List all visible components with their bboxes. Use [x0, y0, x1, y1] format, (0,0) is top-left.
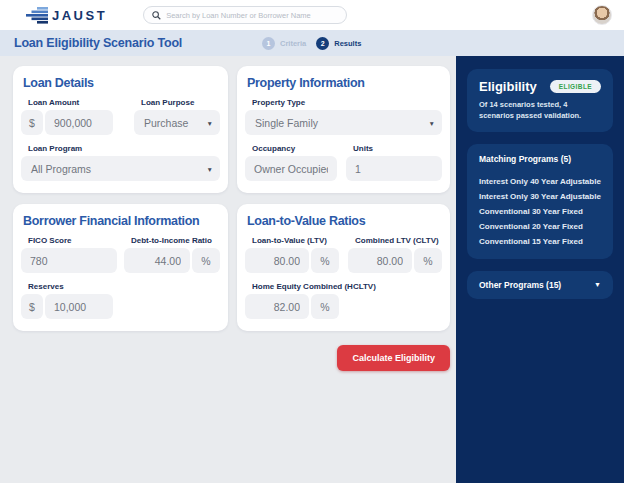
units-field: Units	[346, 144, 442, 181]
loan-program-label: Loan Program	[28, 144, 220, 153]
property-information-title: Property Information	[247, 76, 442, 90]
step-criteria-number: 1	[262, 37, 275, 50]
step-results-label: Results	[334, 39, 361, 48]
calculate-eligibility-button[interactable]: Calculate Eligibility	[337, 345, 450, 371]
search-icon	[152, 11, 161, 20]
units-label: Units	[353, 144, 442, 153]
chevron-down-icon: ▼	[207, 119, 213, 126]
matching-program-item[interactable]: Conventional 20 Year Fixed	[479, 219, 601, 234]
top-bar: JAUST	[0, 0, 624, 30]
chevron-down-icon: ▼	[207, 165, 213, 172]
matching-programs-title: Matching Programs (5)	[479, 154, 601, 164]
matching-program-item[interactable]: Interest Only 40 Year Adjustable	[479, 174, 601, 189]
reserves-label: Reserves	[28, 282, 113, 291]
reserves-field: Reserves $	[21, 282, 113, 319]
property-type-value: Single Family	[255, 117, 318, 129]
ltv-ratios-card: Loan-to-Value Ratios Loan-to-Value (LTV)…	[237, 204, 450, 331]
eligibility-status-badge: ELIGIBLE	[550, 80, 601, 93]
actions-row: Calculate Eligibility	[13, 345, 450, 371]
cltv-field: Combined LTV (CLTV) %	[348, 236, 442, 273]
page-header: Loan Eligibility Scenario Tool 1 Criteri…	[0, 30, 624, 56]
loan-amount-currency-prefix: $	[21, 110, 43, 135]
step-results-number: 2	[316, 37, 329, 50]
dti-percent-suffix: %	[192, 248, 220, 273]
loan-program-field: Loan Program All Programs ▼	[21, 144, 220, 181]
loan-purpose-label: Loan Purpose	[141, 98, 220, 107]
loan-program-value: All Programs	[31, 163, 91, 175]
stepper: 1 Criteria 2 Results	[262, 37, 361, 50]
hcltv-percent-suffix: %	[311, 294, 339, 319]
app-logo: JAUST	[26, 7, 107, 24]
property-type-label: Property Type	[252, 98, 442, 107]
loan-details-title: Loan Details	[23, 76, 220, 90]
hcltv-label: Home Equity Combined (HCLTV)	[252, 282, 339, 291]
search-input[interactable]	[166, 11, 338, 20]
property-type-select[interactable]: Single Family ▼	[245, 110, 442, 135]
fico-input[interactable]	[21, 248, 117, 273]
hcltv-field: Home Equity Combined (HCLTV) %	[245, 282, 339, 319]
units-input[interactable]	[346, 156, 442, 181]
matching-program-item[interactable]: Interest Only 30 Year Adjustable	[479, 189, 601, 204]
eligibility-summary: Of 14 scenarios tested, 4 scenarios pass…	[479, 100, 601, 122]
page-title: Loan Eligibility Scenario Tool	[14, 36, 182, 50]
cltv-percent-suffix: %	[414, 248, 442, 273]
occupancy-field: Occupancy	[245, 144, 337, 181]
step-results[interactable]: 2 Results	[316, 37, 361, 50]
user-avatar[interactable]	[592, 5, 612, 25]
borrower-financial-title: Borrower Financial Information	[23, 214, 220, 228]
ltv-ratios-title: Loan-to-Value Ratios	[247, 214, 442, 228]
matching-program-item[interactable]: Conventional 30 Year Fixed	[479, 204, 601, 219]
dti-field: Debt-to-Income Ratio %	[124, 236, 220, 273]
fico-field: FICO Score	[21, 236, 117, 273]
eligibility-title: Eligibility	[479, 79, 537, 94]
logo-wordmark: JAUST	[52, 8, 107, 23]
borrower-financial-card: Borrower Financial Information FICO Scor…	[13, 204, 228, 331]
occupancy-input[interactable]	[245, 156, 337, 181]
ltv-input[interactable]	[245, 248, 309, 273]
ltv-label: Loan-to-Value (LTV)	[252, 236, 339, 245]
reserves-input[interactable]	[45, 294, 113, 319]
step-criteria[interactable]: 1 Criteria	[262, 37, 306, 50]
hcltv-input[interactable]	[245, 294, 309, 319]
other-programs-toggle[interactable]: Other Programs (15) ▼	[467, 271, 613, 299]
property-type-field: Property Type Single Family ▼	[245, 98, 442, 135]
dti-input[interactable]	[124, 248, 190, 273]
occupancy-label: Occupancy	[252, 144, 337, 153]
jaust-logo-icon	[26, 7, 48, 24]
global-search[interactable]	[143, 6, 347, 24]
loan-purpose-value: Purchase	[144, 117, 188, 129]
eligibility-card: Eligibility ELIGIBLE Of 14 scenarios tes…	[467, 69, 613, 132]
reserves-currency-prefix: $	[21, 294, 43, 319]
chevron-down-icon: ▼	[594, 281, 601, 288]
loan-purpose-field: Loan Purpose Purchase ▼	[134, 98, 220, 135]
other-programs-label: Other Programs (15)	[479, 280, 561, 290]
dti-label: Debt-to-Income Ratio	[131, 236, 220, 245]
matching-program-item[interactable]: Conventional 15 Year Fixed	[479, 234, 601, 249]
cltv-input[interactable]	[348, 248, 412, 273]
loan-amount-label: Loan Amount	[28, 98, 113, 107]
results-panel: Eligibility ELIGIBLE Of 14 scenarios tes…	[456, 56, 624, 483]
loan-amount-field: Loan Amount $	[21, 98, 113, 135]
matching-programs-card: Matching Programs (5) Interest Only 40 Y…	[467, 144, 613, 259]
step-criteria-label: Criteria	[280, 39, 306, 48]
ltv-percent-suffix: %	[311, 248, 339, 273]
loan-program-select[interactable]: All Programs ▼	[21, 156, 220, 181]
ltv-field: Loan-to-Value (LTV) %	[245, 236, 339, 273]
cards-grid: Loan Details Loan Amount $ Loan Purpose	[13, 66, 450, 331]
loan-purpose-select[interactable]: Purchase ▼	[134, 110, 220, 135]
cltv-label: Combined LTV (CLTV)	[355, 236, 442, 245]
chevron-down-icon: ▼	[429, 119, 435, 126]
criteria-area: Loan Details Loan Amount $ Loan Purpose	[0, 56, 456, 483]
fico-label: FICO Score	[28, 236, 117, 245]
main-content: Loan Details Loan Amount $ Loan Purpose	[0, 56, 624, 483]
loan-amount-input[interactable]	[45, 110, 113, 135]
property-information-card: Property Information Property Type Singl…	[237, 66, 450, 193]
loan-details-card: Loan Details Loan Amount $ Loan Purpose	[13, 66, 228, 193]
